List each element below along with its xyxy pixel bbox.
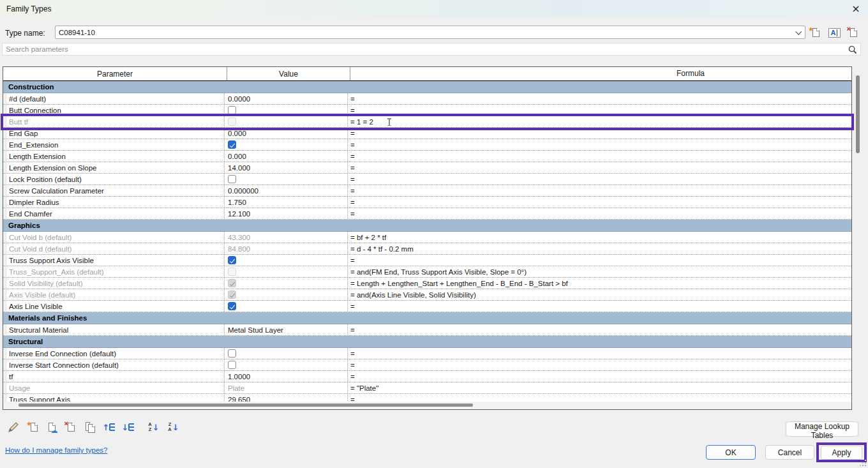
formula-cell[interactable]: = [347, 359, 851, 370]
new-type-button[interactable]: * [809, 26, 823, 40]
formula-cell[interactable]: = [347, 197, 851, 208]
formula-cell[interactable]: = "Plate" [347, 382, 851, 393]
param-row-length-extension[interactable]: Length Extension0.000= [3, 151, 851, 162]
column-header-formula[interactable]: Formula [350, 67, 851, 80]
delete-type-button[interactable]: × [846, 26, 860, 40]
value-cell[interactable]: 29.650 [224, 394, 347, 402]
manage-lookup-tables-button[interactable]: Manage Lookup Tables [786, 421, 858, 437]
value-cell[interactable] [224, 359, 347, 370]
value-cell[interactable]: 14.000 [224, 162, 347, 173]
param-row-d-default[interactable]: #d (default)0.0000= [3, 93, 851, 105]
value-cell[interactable] [224, 278, 347, 289]
help-link[interactable]: How do I manage family types? [5, 446, 107, 454]
param-row-structural-material[interactable]: Structural MaterialMetal Stud Layer= [3, 324, 851, 336]
formula-cell[interactable]: = and(Axis Line Visible, Solid Visibilit… [347, 289, 851, 300]
horizontal-scrollbar-thumb[interactable] [19, 404, 473, 407]
formula-cell[interactable]: = [347, 371, 851, 382]
value-cell[interactable] [224, 105, 347, 116]
value-cell[interactable]: 0.0000 [224, 93, 347, 104]
param-row-cut-void-d-default[interactable]: Cut Void d (default)84.800= d - 4 * tf -… [3, 243, 851, 255]
param-row-screw-calculation-parameter[interactable]: Screw Calculation Parameter0.000000= [3, 185, 851, 197]
move-down-button[interactable]: ↓ [120, 419, 137, 435]
param-row-axis-line-visible[interactable]: Axis Line Visible= [3, 301, 851, 312]
value-cell[interactable]: 84.800 [224, 243, 347, 254]
formula-cell[interactable]: = [347, 394, 851, 402]
value-cell[interactable] [224, 301, 347, 312]
value-cell[interactable] [224, 348, 347, 359]
formula-cell[interactable]: = d - 4 * tf - 0.2 mm [347, 243, 851, 254]
param-row-inverse-start-connection-default[interactable]: Inverse Start Connection (default)= [3, 359, 851, 371]
value-checkbox[interactable] [228, 361, 236, 369]
param-row-end-extension[interactable]: End_Extension= [3, 139, 851, 151]
formula-cell[interactable]: = [347, 162, 851, 173]
type-name-combobox[interactable]: C08941-10 [55, 26, 805, 39]
formula-cell[interactable]: = [347, 348, 851, 359]
value-checkbox[interactable] [228, 279, 236, 287]
column-header-parameter[interactable]: Parameter [3, 67, 227, 80]
new-parameter-button[interactable]: * [26, 419, 42, 435]
formula-cell[interactable]: = [347, 208, 851, 219]
formula-cell[interactable]: = [347, 174, 851, 185]
formula-cell[interactable]: = bf + 2 * tf [347, 232, 851, 243]
search-icon[interactable] [848, 45, 857, 57]
value-cell[interactable] [224, 266, 347, 277]
sort-descending-button[interactable]: ZA ↓ [165, 419, 182, 435]
shared-parameter-button[interactable]: ☁ [43, 419, 60, 435]
edit-parameter-button[interactable] [5, 419, 22, 435]
param-row-truss-support-axis[interactable]: Truss Support Axis29.650= [3, 394, 851, 402]
param-row-end-gap[interactable]: End Gap0.000= [3, 128, 851, 139]
formula-cell[interactable]: = [347, 139, 851, 150]
value-cell[interactable]: 43.300 [224, 232, 347, 243]
value-checkbox[interactable] [228, 268, 236, 276]
move-up-button[interactable]: ↑ [101, 419, 117, 435]
value-cell[interactable]: 1.0000 [224, 371, 347, 382]
param-row-butt-tf[interactable]: Butt tf= 1 = 2 [3, 116, 851, 128]
formula-cell[interactable]: = [347, 255, 851, 266]
vertical-scrollbar-thumb[interactable] [856, 75, 860, 153]
param-row-tf[interactable]: tf1.0000= [3, 371, 851, 382]
param-row-lock-position-default[interactable]: Lock Position (default)= [3, 174, 851, 185]
value-cell[interactable] [224, 139, 347, 150]
value-cell[interactable]: 0.000 [224, 128, 347, 139]
param-row-dimpler-radius[interactable]: Dimpler Radius1.750= [3, 197, 851, 208]
value-cell[interactable]: 0.000 [224, 151, 347, 162]
param-row-truss-support-axis-visible[interactable]: Truss Support Axis Visible= [3, 255, 851, 266]
value-checkbox[interactable] [228, 291, 236, 299]
rename-type-button[interactable]: A [827, 26, 841, 40]
value-cell[interactable] [224, 289, 347, 300]
param-row-usage[interactable]: UsagePlate= "Plate" [3, 382, 851, 394]
value-cell[interactable] [224, 116, 347, 127]
vertical-scrollbar[interactable] [854, 66, 862, 411]
value-cell[interactable]: 1.750 [224, 197, 347, 208]
close-icon[interactable]: × [848, 1, 864, 17]
value-checkbox[interactable] [228, 106, 236, 114]
param-row-inverse-end-connection-default[interactable]: Inverse End Connection (default)= [3, 348, 851, 359]
value-cell[interactable] [224, 174, 347, 185]
ok-button[interactable]: OK [706, 445, 756, 460]
value-checkbox[interactable] [228, 140, 236, 149]
formula-cell[interactable]: = [347, 151, 851, 162]
sort-ascending-button[interactable]: AZ ↓ [146, 419, 162, 435]
value-cell[interactable]: Plate [224, 382, 347, 393]
formula-cell[interactable]: = and(FM End, Truss Support Axis Visible… [347, 266, 851, 277]
param-row-axis-visible-default[interactable]: Axis Visible (default)= and(Axis Line Vi… [3, 289, 851, 301]
param-row-solid-visibility-default[interactable]: Solid Visibility (default)= Length + Len… [3, 278, 851, 289]
formula-cell[interactable]: = [347, 105, 851, 116]
formula-cell[interactable]: = Length + Lengthen_Start + Lengthen_End… [347, 278, 851, 289]
value-cell[interactable] [224, 255, 347, 266]
apply-button[interactable]: Apply [821, 446, 862, 460]
value-checkbox[interactable] [228, 256, 236, 264]
param-row-length-extension-on-slope[interactable]: Length Extension on Slope14.000= [3, 162, 851, 174]
search-input[interactable]: Search parameters [2, 43, 861, 56]
value-cell[interactable]: Metal Stud Layer [224, 324, 347, 335]
value-checkbox[interactable] [228, 349, 236, 358]
param-row-truss-support-axis-default[interactable]: Truss_Support_Axis (default)= and(FM End… [3, 266, 851, 278]
value-checkbox[interactable] [228, 175, 236, 183]
value-checkbox[interactable] [228, 302, 236, 310]
formula-cell[interactable]: = [347, 301, 851, 312]
delete-parameter-button[interactable]: × [63, 419, 79, 435]
horizontal-scrollbar[interactable] [3, 402, 851, 409]
value-cell[interactable]: 0.000000 [224, 185, 347, 196]
formula-cell[interactable]: = [347, 324, 851, 335]
duplicate-parameter-button[interactable] [82, 419, 98, 435]
